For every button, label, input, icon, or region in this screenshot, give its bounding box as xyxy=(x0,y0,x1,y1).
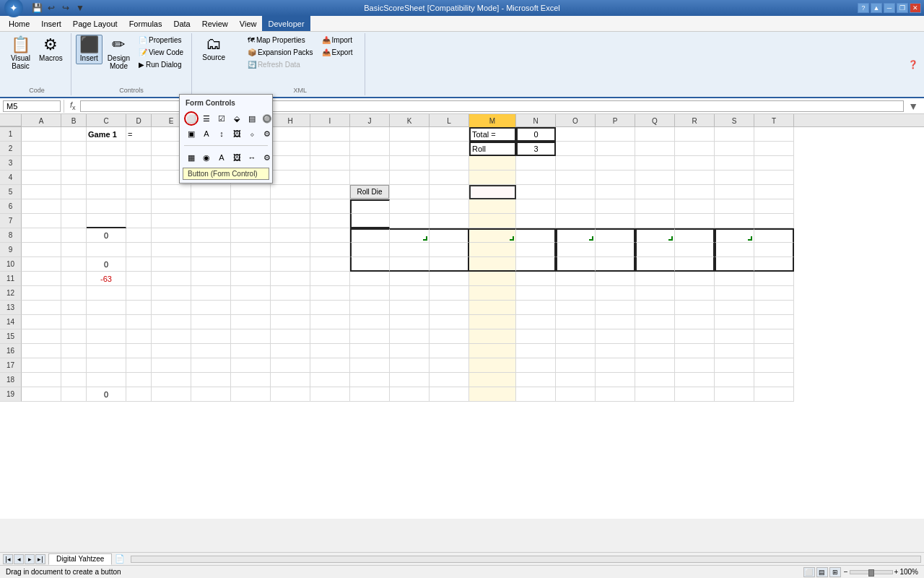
cell-T10[interactable] xyxy=(754,257,794,272)
cell-S3[interactable] xyxy=(715,156,754,171)
menu-developer[interactable]: Developer xyxy=(262,16,310,31)
import-button[interactable]: 📥 Import xyxy=(318,35,357,46)
expansion-packs-button[interactable]: 📦 Expansion Packs xyxy=(244,47,317,58)
activex-5[interactable]: ↔ xyxy=(245,150,259,165)
cell-K3[interactable] xyxy=(390,156,430,171)
cell-T2[interactable] xyxy=(754,142,794,156)
cell-G8[interactable] xyxy=(231,228,271,243)
cell-P8[interactable] xyxy=(596,228,635,243)
cell-C6[interactable] xyxy=(87,199,126,214)
cell-P10[interactable] xyxy=(596,257,635,272)
col-header-D[interactable]: D xyxy=(126,114,152,127)
col-header-N[interactable]: N xyxy=(516,114,556,127)
cell-M3[interactable] xyxy=(469,156,516,171)
map-properties-button[interactable]: 🗺 Map Properties xyxy=(244,35,317,46)
cell-F11[interactable] xyxy=(191,272,231,286)
undo-button[interactable]: ↩ xyxy=(45,1,58,14)
cell-J11[interactable] xyxy=(350,272,390,286)
cell-E9[interactable] xyxy=(152,243,191,257)
cell-O5[interactable] xyxy=(556,185,596,199)
cell-O1[interactable] xyxy=(556,127,596,142)
cell-Q6[interactable] xyxy=(635,199,675,214)
cell-N3[interactable] xyxy=(516,156,556,171)
cell-M10[interactable] xyxy=(469,257,516,272)
redo-button[interactable]: ↪ xyxy=(59,1,72,14)
col-header-L[interactable]: L xyxy=(430,114,469,127)
cell-B10[interactable] xyxy=(61,257,87,272)
cell-R4[interactable] xyxy=(675,171,715,185)
cell-D10[interactable] xyxy=(126,257,152,272)
cell-O3[interactable] xyxy=(556,156,596,171)
button-form-control[interactable]: ⬜ xyxy=(184,111,199,126)
cell-D4[interactable] xyxy=(126,171,152,185)
cell-H1[interactable] xyxy=(271,127,310,142)
cell-E10[interactable] xyxy=(152,257,191,272)
cell-Q8[interactable] xyxy=(635,228,675,243)
cell-R3[interactable] xyxy=(675,156,715,171)
cell-H11[interactable] xyxy=(271,272,310,286)
cell-T6[interactable] xyxy=(754,199,794,214)
close-window-button[interactable]: ✕ xyxy=(910,3,921,13)
cell-P3[interactable] xyxy=(596,156,635,171)
cell-L9[interactable] xyxy=(430,243,469,257)
cell-T7[interactable] xyxy=(754,214,794,228)
macros-button[interactable]: ⚙ Macros xyxy=(35,35,66,64)
cell-L8[interactable] xyxy=(430,228,469,243)
cell-S4[interactable] xyxy=(715,171,754,185)
cell-B1[interactable] xyxy=(61,127,87,142)
cell-N6[interactable] xyxy=(516,199,556,214)
cell-H9[interactable] xyxy=(271,243,310,257)
roll-die-button[interactable]: Roll Die xyxy=(350,185,389,199)
cell-B11[interactable] xyxy=(61,272,87,286)
cell-B8[interactable] xyxy=(61,228,87,243)
insert-button[interactable]: ⬛ Insert xyxy=(76,35,103,64)
cell-M2[interactable]: Roll xyxy=(469,142,516,156)
activex-2[interactable]: ◉ xyxy=(199,150,214,165)
list-box-form-control[interactable]: ▤ xyxy=(245,111,259,126)
menu-view[interactable]: View xyxy=(234,16,263,31)
cell-M7[interactable] xyxy=(469,214,516,228)
cell-L4[interactable] xyxy=(430,171,469,185)
cell-R10[interactable] xyxy=(675,257,715,272)
cell-S10[interactable] xyxy=(715,257,754,272)
cell-M8[interactable] xyxy=(469,228,516,243)
cell-K7[interactable] xyxy=(390,214,430,228)
cell-J8[interactable] xyxy=(350,228,390,243)
cell-F7[interactable] xyxy=(191,214,231,228)
cell-J3[interactable] xyxy=(350,156,390,171)
col-header-I[interactable]: I xyxy=(310,114,350,127)
col-header-C[interactable]: C xyxy=(87,114,126,127)
cell-C4[interactable] xyxy=(87,171,126,185)
activex-4[interactable]: 🖼 xyxy=(230,150,244,165)
cell-Q3[interactable] xyxy=(635,156,675,171)
menu-data[interactable]: Data xyxy=(167,16,196,31)
cell-M1[interactable]: Total = xyxy=(469,127,516,142)
menu-insert[interactable]: Insert xyxy=(35,16,67,31)
cell-N4[interactable] xyxy=(516,171,556,185)
cell-D8[interactable] xyxy=(126,228,152,243)
cell-T5[interactable] xyxy=(754,185,794,199)
cell-P2[interactable] xyxy=(596,142,635,156)
cell-O8[interactable] xyxy=(556,228,596,243)
image-form-control[interactable]: 🖼 xyxy=(230,126,244,141)
cell-A2[interactable] xyxy=(22,142,61,156)
cell-A6[interactable] xyxy=(22,199,61,214)
cell-I10[interactable] xyxy=(310,257,350,272)
run-dialog-button[interactable]: ▶ Run Dialog xyxy=(135,59,187,70)
cell-G6[interactable] xyxy=(231,199,271,214)
activex-3[interactable]: A xyxy=(214,150,229,165)
col-header-J[interactable]: J xyxy=(350,114,390,127)
cell-R5[interactable] xyxy=(675,185,715,199)
label-form-control[interactable]: A xyxy=(199,126,214,141)
cell-A1[interactable] xyxy=(22,127,61,142)
cell-M4[interactable] xyxy=(469,171,516,185)
cell-O11[interactable] xyxy=(556,272,596,286)
col-header-O[interactable]: O xyxy=(556,114,596,127)
cell-K9[interactable] xyxy=(390,243,430,257)
cell-G11[interactable] xyxy=(231,272,271,286)
expand-formula-button[interactable]: ▼ xyxy=(905,100,921,112)
cell-K6[interactable] xyxy=(390,199,430,214)
cell-S7[interactable] xyxy=(715,214,754,228)
cell-N7[interactable] xyxy=(516,214,556,228)
cell-H7[interactable] xyxy=(271,214,310,228)
